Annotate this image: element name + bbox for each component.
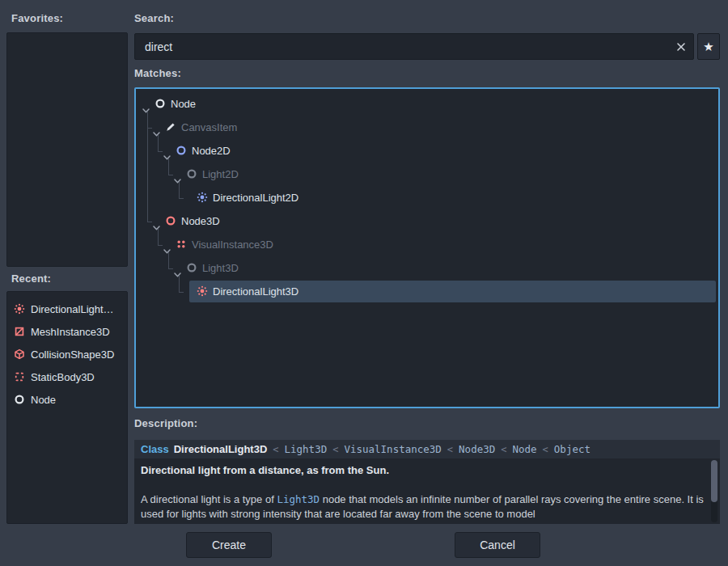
tree-guide-line — [158, 151, 163, 152]
tree-item-label: VisualInstance3D — [192, 233, 273, 256]
tree-item-label: Node2D — [192, 139, 231, 163]
recent-item[interactable]: DirectionalLight… — [7, 298, 127, 320]
recent-item-label: DirectionalLight… — [31, 303, 114, 315]
tree-guide-line — [168, 252, 169, 268]
tree-guide-line — [179, 292, 184, 293]
favorite-star-icon[interactable]: ★ — [697, 33, 720, 60]
tree-row[interactable]: Node3D — [136, 209, 718, 233]
description-body: Directional light from a distance, as fr… — [134, 458, 720, 524]
tree-item-label: DirectionalLight2D — [213, 186, 298, 209]
recent-item-label: MeshInstance3D — [31, 326, 110, 338]
tree-guide-line — [179, 182, 180, 198]
recent-item[interactable]: CollisionShape3D — [7, 343, 127, 365]
tree-item-label: Node — [171, 92, 196, 116]
chevron-down-icon[interactable] — [142, 102, 150, 116]
clear-x-icon[interactable] — [669, 34, 693, 59]
description-scrollbar — [711, 460, 717, 522]
description-paragraph: A directional light is a type of Light3D… — [141, 492, 705, 522]
tree-guide-line — [158, 135, 159, 151]
chevron-down-icon[interactable] — [174, 266, 181, 281]
node-icon — [14, 394, 25, 405]
light3d-icon — [186, 262, 197, 273]
inheritance-separator: < — [543, 444, 548, 455]
canvasitem-icon — [165, 121, 176, 133]
chevron-down-icon[interactable] — [153, 125, 160, 140]
tree-row[interactable]: DirectionalLight2D — [136, 186, 718, 209]
tree-row[interactable]: CanvasItem — [136, 116, 718, 139]
node-icon — [154, 98, 166, 109]
visualinstance3d-icon — [176, 239, 187, 250]
light2d-icon — [186, 168, 197, 180]
light3d-doc-link[interactable]: Light3D — [277, 493, 320, 505]
recent-label: Recent: — [11, 272, 51, 285]
recent-item-label: Node — [31, 394, 56, 406]
tree-guide-line — [168, 175, 173, 175]
recent-item-label: StaticBody3D — [31, 371, 95, 383]
cancel-button[interactable]: Cancel — [455, 532, 540, 558]
tree-guide-line — [158, 229, 159, 245]
directionallight3d-icon — [197, 285, 208, 297]
recent-item-label: CollisionShape3D — [31, 348, 114, 361]
recent-item[interactable]: MeshInstance3D — [7, 320, 127, 343]
collisionshape3d-icon — [14, 348, 25, 360]
staticbody3d-icon — [14, 371, 25, 382]
ancestor-class-link[interactable]: VisualInstance3D — [344, 443, 441, 455]
tree-row[interactable]: Node — [136, 92, 718, 116]
create-new-node-dialog: { "colors": { "accent": "#4f9fd8", "red3… — [0, 0, 728, 566]
directionallight3d-icon — [14, 303, 25, 315]
favorites-list[interactable] — [6, 32, 128, 267]
search-label: Search: — [134, 12, 174, 24]
recent-item[interactable]: Node — [7, 388, 127, 411]
node2d-icon — [176, 145, 187, 156]
paragraph-text: A directional light is a type of — [141, 493, 277, 505]
tree-item-label: Node3D — [181, 209, 220, 233]
tree-guide-line — [147, 222, 152, 222]
ancestor-class-link[interactable]: Node — [512, 443, 536, 455]
directionallight2d-icon — [197, 192, 208, 203]
tree-row[interactable]: Light3D — [136, 256, 718, 280]
inheritance-separator: < — [273, 444, 278, 455]
matches-label: Matches: — [134, 67, 181, 79]
class-header-bar: Class DirectionalLight3D <Light3D<Visual… — [134, 440, 720, 458]
favorite-star-glyph: ★ — [703, 40, 713, 54]
inheritance-separator: < — [332, 444, 338, 455]
class-name: DirectionalLight3D — [174, 443, 268, 455]
search-field — [134, 33, 694, 60]
chevron-down-icon[interactable] — [163, 243, 171, 257]
tree-guide-line — [168, 268, 173, 269]
ancestor-class-link[interactable]: Object — [554, 443, 590, 455]
description-label: Description: — [134, 417, 197, 429]
ancestor-chain: <Light3D<VisualInstance3D<Node3D<Node<Ob… — [267, 443, 590, 455]
tree-row[interactable]: VisualInstance3D — [136, 233, 718, 256]
description-brief: Directional light from a distance, as fr… — [141, 463, 705, 478]
create-button[interactable]: Create — [186, 532, 272, 558]
chevron-down-icon[interactable] — [163, 149, 171, 163]
tree-guide-line — [168, 158, 169, 175]
tree-item-label: Light2D — [202, 163, 239, 186]
inheritance-separator: < — [501, 444, 506, 455]
favorites-label: Favorites: — [11, 12, 63, 24]
search-input[interactable] — [135, 34, 669, 59]
scrollbar-thumb[interactable] — [711, 460, 717, 502]
tree-row[interactable]: DirectionalLight3D — [136, 280, 718, 303]
matches-tree[interactable]: NodeCanvasItemNode2DLight2DDirectionalLi… — [134, 87, 720, 408]
ancestor-class-link[interactable]: Light3D — [285, 443, 328, 455]
chevron-down-icon[interactable] — [153, 219, 160, 234]
tree-item-label: DirectionalLight3D — [213, 280, 298, 303]
tree-row[interactable]: Node2D — [136, 139, 718, 163]
class-keyword: Class — [141, 443, 169, 455]
tree-guide-line — [158, 245, 163, 246]
tree-row[interactable]: Light2D — [136, 163, 718, 186]
recent-item[interactable]: StaticBody3D — [7, 365, 127, 388]
tree-guide-line — [179, 198, 184, 199]
ancestor-class-link[interactable]: Node3D — [459, 443, 495, 455]
meshinstance3d-icon — [14, 326, 25, 337]
inheritance-separator: < — [447, 444, 453, 455]
tree-guide-line — [147, 112, 148, 128]
tree-item-label: CanvasItem — [181, 116, 237, 139]
tree-item-label: Light3D — [202, 256, 239, 280]
chevron-down-icon[interactable] — [174, 172, 181, 187]
tree-guide-line — [147, 128, 148, 222]
tree-guide-line — [179, 276, 180, 292]
recent-list[interactable]: DirectionalLight…MeshInstance3DCollision… — [6, 291, 128, 524]
